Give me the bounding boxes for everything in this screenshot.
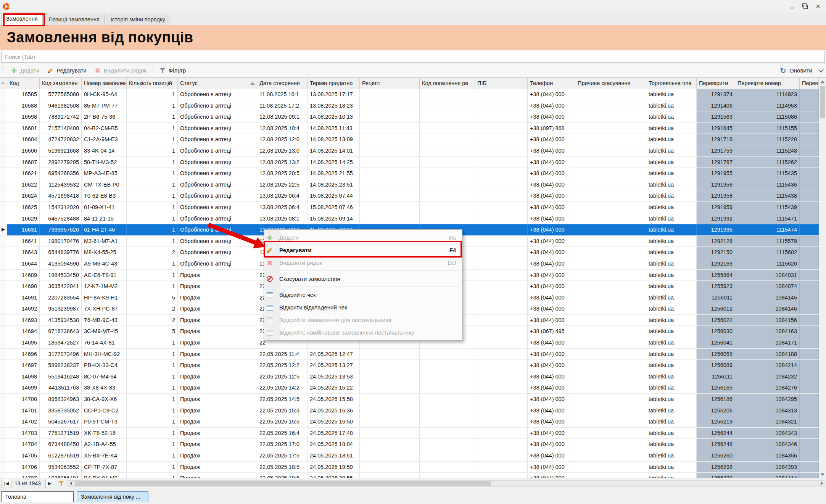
menu-item[interactable] bbox=[13, 0, 21, 13]
cell-nomer[interactable]: CP-TP-7X-87 bbox=[82, 462, 127, 473]
cell-perevirte-nomer[interactable]: 1115438 bbox=[735, 190, 800, 201]
cell-perevirte-nomer[interactable]: 1084171 bbox=[735, 337, 800, 348]
cell-retsept[interactable] bbox=[360, 111, 420, 122]
cell-kod[interactable]: 16604 bbox=[7, 134, 40, 145]
cell-kilkist[interactable]: 1 bbox=[127, 360, 178, 371]
cell-status[interactable]: Оброблено в аптеці bbox=[178, 213, 257, 224]
cell-retsept[interactable] bbox=[360, 100, 420, 111]
cell-data-stvorennia[interactable]: 11.08.2025 16:1 bbox=[257, 89, 308, 100]
cell-kod[interactable]: 16621 bbox=[7, 168, 40, 179]
cell-kod-zamovlennia[interactable]: 3635422041 bbox=[40, 281, 82, 292]
cell-telefon[interactable]: +38 (067) 495 bbox=[528, 326, 575, 337]
cell-kod-zamovlennia[interactable]: 7993957626 bbox=[40, 224, 82, 235]
column-header[interactable]: Перевірт bbox=[800, 78, 819, 89]
cell-perevirt[interactable] bbox=[800, 247, 819, 258]
cell-perevirte-nomer[interactable]: 1084145 bbox=[735, 292, 800, 303]
table-row[interactable]: 14705 6122876519 X5-BX-7E-K4 1 Продаж 22… bbox=[0, 450, 819, 462]
cell-perevirt[interactable] bbox=[800, 202, 819, 213]
cell-kilkist[interactable]: 1 bbox=[127, 281, 178, 292]
cell-pib[interactable] bbox=[475, 123, 528, 134]
cell-kilkist[interactable]: 1 bbox=[127, 349, 178, 360]
cell-perevirt[interactable] bbox=[800, 236, 819, 247]
cell-prychyna[interactable] bbox=[575, 270, 646, 281]
table-row[interactable]: 14698 5519416248 8C-07-M4-64 1 Продаж 22… bbox=[0, 371, 819, 383]
cell-pereviryty[interactable]: 1291406 bbox=[697, 100, 735, 111]
cell-kod-zamovlennia[interactable]: 2892279205 bbox=[40, 157, 82, 168]
cell-status[interactable]: Продаж bbox=[178, 337, 257, 348]
cell-perevirte-nomer[interactable]: 1115474 bbox=[735, 224, 800, 235]
cell-prychyna[interactable] bbox=[575, 111, 646, 122]
cell-kod-zamovlennia[interactable]: 9534063552 bbox=[40, 462, 82, 473]
cell-prychyna[interactable] bbox=[575, 247, 646, 258]
column-header[interactable]: Кількість позицій bbox=[127, 78, 178, 89]
cell-kod-zamovlennia[interactable]: 6716238643 bbox=[40, 326, 82, 337]
cell-pereviryty[interactable]: 1292126 bbox=[697, 236, 735, 247]
cell-data-stvorennia[interactable]: 12.08.2025 13:0 bbox=[257, 145, 308, 156]
cell-perevirte-nomer[interactable]: 1084356 bbox=[735, 450, 800, 461]
cell-retsept[interactable] bbox=[360, 134, 420, 145]
cell-data-stvorennia[interactable]: 22.05.2025 18:5 bbox=[257, 462, 308, 473]
cell-perevirte-nomer[interactable]: 1115579 bbox=[735, 236, 800, 247]
cell-termin[interactable]: 13.08.2025 18:23 bbox=[308, 100, 360, 111]
cell-kod[interactable]: 16644 bbox=[7, 258, 40, 269]
cell-perevirte-nomer[interactable]: 1084321 bbox=[735, 416, 800, 427]
refresh-button[interactable]: Оновити bbox=[776, 65, 816, 76]
cell-nomer[interactable]: 85-M7-PM-77 bbox=[82, 100, 127, 111]
cell-termin[interactable]: 14.08.2025 21:55 bbox=[308, 168, 360, 179]
cell-kod[interactable]: 16629 bbox=[7, 213, 40, 224]
cell-telefon[interactable]: +38 (044) 000 bbox=[528, 190, 575, 201]
cell-pib[interactable] bbox=[475, 416, 528, 427]
cell-platforma[interactable]: tabletki.ua bbox=[646, 258, 697, 269]
cell-telefon[interactable]: +38 (044) 000 bbox=[528, 360, 575, 371]
cell-kod-zamovlennia[interactable]: 1036956491 bbox=[40, 473, 82, 478]
cell-perevirte-nomer[interactable]: 1084295 bbox=[735, 394, 800, 405]
cell-kod-zamovlennia[interactable]: 1125439532 bbox=[40, 179, 82, 190]
cell-termin[interactable]: 24.05.2025 16:36 bbox=[308, 405, 360, 416]
cell-perevirt[interactable] bbox=[800, 258, 819, 269]
cell-kilkist[interactable]: 1 bbox=[127, 462, 178, 473]
cell-retsept[interactable] bbox=[360, 360, 420, 371]
table-row[interactable]: 14702 5045267617 P0-9T-CM-T3 1 Продаж 22… bbox=[0, 416, 819, 428]
cell-kilkist[interactable]: 1 bbox=[127, 270, 178, 281]
cell-kod-pohashennia[interactable] bbox=[420, 462, 475, 473]
cell-nomer[interactable]: P0-9T-CM-T3 bbox=[82, 416, 127, 427]
cell-kod-zamovlennia[interactable]: 6544839776 bbox=[40, 247, 82, 258]
cell-prychyna[interactable] bbox=[575, 224, 646, 235]
table-row[interactable]: 16621 6954268356 MP-A3-4E-85 1 Оброблено… bbox=[0, 168, 819, 179]
cell-telefon[interactable]: +38 (044) 000 bbox=[528, 134, 575, 145]
first-page-button[interactable]: |◀ bbox=[2, 479, 11, 488]
table-row[interactable]: 16624 4571698418 T0-62-E8-B3 1 Оброблено… bbox=[0, 190, 819, 202]
cell-perevirt[interactable] bbox=[800, 394, 819, 405]
cell-perevirte-nomer[interactable]: 1115439 bbox=[735, 202, 800, 213]
cell-kod-zamovlennia[interactable]: 3358735052 bbox=[40, 405, 82, 416]
close-icon[interactable] bbox=[812, 2, 824, 11]
cell-prychyna[interactable] bbox=[575, 292, 646, 303]
menu-item[interactable] bbox=[88, 0, 97, 13]
cell-kod[interactable]: 14704 bbox=[7, 439, 40, 450]
cell-platforma[interactable]: tabletki.ua bbox=[646, 349, 697, 360]
delete-row-button[interactable]: Видалити рядок bbox=[90, 65, 150, 76]
cell-telefon[interactable]: +38 (044) 000 bbox=[528, 100, 575, 111]
table-row[interactable]: 16588 9461982508 85-M7-PM-77 1 Оброблено… bbox=[0, 100, 819, 112]
cell-perevirte-nomer[interactable]: 1084276 bbox=[735, 382, 800, 393]
cell-pib[interactable] bbox=[475, 450, 528, 461]
cell-platforma[interactable]: tabletki.ua bbox=[646, 270, 697, 281]
cell-nomer[interactable]: 0H-CK-95-A4 bbox=[82, 89, 127, 100]
column-header[interactable]: Статус bbox=[178, 78, 257, 89]
cell-pib[interactable] bbox=[475, 281, 528, 292]
cell-kod[interactable]: 16588 bbox=[7, 100, 40, 111]
edit-button[interactable]: Редагувати bbox=[43, 65, 90, 76]
column-header[interactable]: Номер замовленн bbox=[82, 78, 127, 89]
cell-pereviryty[interactable]: 1256012 bbox=[697, 303, 735, 314]
cell-kod-zamovlennia[interactable]: 4724720832 bbox=[40, 134, 82, 145]
cell-pereviryty[interactable]: 1291995 bbox=[697, 224, 735, 235]
cell-status[interactable]: Оброблено в аптеці bbox=[178, 224, 257, 235]
cell-nomer[interactable]: CC-P1-C9-C2 bbox=[82, 405, 127, 416]
cell-prychyna[interactable] bbox=[575, 326, 646, 337]
cell-platforma[interactable]: tabletki.ua bbox=[646, 416, 697, 427]
cell-kilkist[interactable]: 1 bbox=[127, 123, 178, 134]
cell-kod-zamovlennia[interactable]: 2207283554 bbox=[40, 292, 82, 303]
cell-pib[interactable] bbox=[475, 100, 528, 111]
menu-item[interactable] bbox=[105, 0, 113, 13]
cell-kod-pohashennia[interactable] bbox=[420, 371, 475, 382]
